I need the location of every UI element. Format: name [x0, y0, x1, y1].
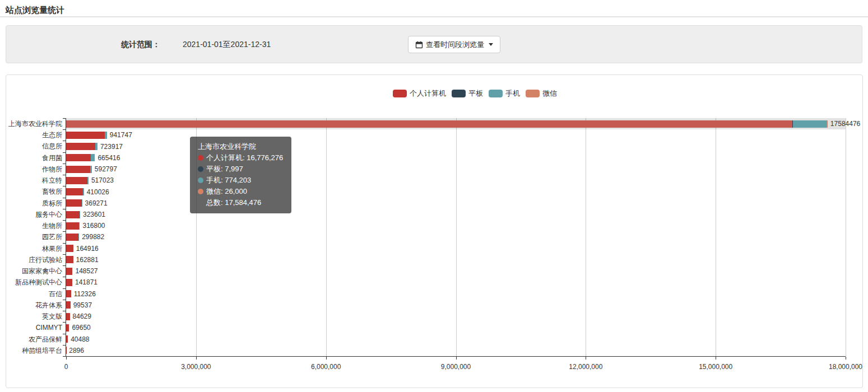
legend-item[interactable]: 平板 [452, 88, 483, 99]
category-label: 花卉体系 [3, 300, 62, 311]
category-label: CIMMYT [3, 322, 62, 333]
bar-row: 畜牧所410026 [66, 186, 846, 197]
y-axis-tick [63, 277, 66, 277]
bar-segment[interactable] [66, 256, 73, 263]
bar-segment[interactable] [66, 301, 71, 309]
stacked-bar[interactable]: 369271 [66, 199, 108, 207]
x-axis-tick-label: 3,000,000 [163, 363, 230, 371]
bar-segment[interactable] [66, 245, 73, 252]
y-axis-tick [63, 231, 66, 232]
bar-segment[interactable] [66, 324, 69, 332]
x-axis-tick [846, 357, 846, 360]
bar-segment[interactable] [66, 120, 792, 128]
value-label: 517023 [91, 176, 114, 184]
filter-bar: 统计范围： 2021-01-01至2021-12-31 查看时间段浏览量 [6, 25, 862, 63]
stacked-bar[interactable]: 17584476 [66, 120, 860, 128]
x-axis-tick [326, 357, 327, 360]
bar-segment[interactable] [87, 177, 89, 184]
stat-range-value: 2021-01-01至2021-12-31 [183, 40, 271, 50]
bar-segment[interactable] [66, 166, 90, 173]
bar-segment[interactable] [66, 313, 70, 320]
stacked-bar[interactable]: 323601 [66, 211, 105, 218]
bar-segment[interactable] [66, 188, 83, 195]
bar-segment[interactable] [66, 211, 80, 218]
stacked-bar[interactable]: 592797 [66, 166, 117, 173]
y-axis-tick [63, 198, 66, 198]
value-label: 2896 [69, 347, 84, 354]
bar-row: 国家家禽中心148527 [66, 265, 846, 277]
category-label: 英文版 [3, 311, 62, 322]
bar-segment[interactable] [90, 166, 92, 173]
legend-marker [489, 90, 503, 97]
stacked-bar[interactable]: 164916 [66, 245, 99, 252]
stacked-bar[interactable]: 665416 [66, 154, 120, 161]
stacked-bar[interactable]: 40488 [66, 335, 90, 343]
bar-segment[interactable] [66, 335, 68, 343]
bar-segment[interactable] [66, 199, 82, 207]
bar-row: 信息所723917 [66, 141, 846, 152]
series-dot-icon [198, 155, 203, 161]
bar-segment[interactable] [827, 120, 828, 128]
bar-segment[interactable] [66, 154, 91, 161]
bar-segment[interactable] [66, 132, 105, 139]
bar-row: CIMMYT69650 [66, 322, 846, 333]
bar-segment[interactable] [66, 268, 72, 275]
series-dot-icon [198, 189, 203, 194]
bar-segment[interactable] [66, 222, 79, 230]
tooltip-row: 手机: 774,203 [198, 175, 283, 186]
bar-segment[interactable] [78, 234, 79, 241]
stacked-bar[interactable]: 162881 [66, 256, 99, 263]
stacked-bar[interactable]: 2896 [66, 347, 84, 354]
y-axis-tick [63, 141, 66, 141]
legend-item[interactable]: 微信 [526, 88, 557, 99]
bar-segment[interactable] [66, 279, 72, 286]
bar-row: 百信112326 [66, 288, 846, 300]
bar-segment[interactable] [83, 188, 84, 195]
tooltip-row-text: 平板: 7,997 [206, 164, 243, 175]
stacked-bar[interactable]: 69650 [66, 324, 91, 332]
stacked-bar[interactable]: 99537 [66, 301, 92, 309]
bar-segment[interactable] [66, 290, 71, 297]
page-header: 站点浏览量统计 [0, 0, 868, 17]
bar-segment[interactable] [82, 199, 82, 207]
bar-segment[interactable] [66, 177, 87, 184]
stacked-bar[interactable]: 84629 [66, 313, 91, 320]
bar-segment[interactable] [91, 154, 95, 161]
stacked-bar[interactable]: 517023 [66, 177, 114, 184]
stacked-bar[interactable]: 316800 [66, 222, 105, 230]
stacked-bar[interactable]: 723917 [66, 143, 123, 150]
bar-segment[interactable] [793, 120, 827, 128]
bar-segment[interactable] [66, 143, 95, 150]
bar-segment[interactable] [95, 143, 98, 150]
bar-row: 质标所369271 [66, 198, 846, 209]
bar-segment[interactable] [79, 222, 80, 230]
bar-row: 食用菌665416 [66, 152, 846, 164]
stacked-bar[interactable]: 148527 [66, 268, 98, 275]
bar-row: 英文版84629 [66, 311, 846, 322]
bar-segment[interactable] [105, 132, 107, 139]
bar-row: 花卉体系99537 [66, 300, 846, 311]
y-axis-tick [63, 243, 66, 244]
bar-segment[interactable] [66, 234, 78, 241]
category-label: 质标所 [3, 198, 62, 209]
bar-row: 生态所941747 [66, 129, 846, 141]
tooltip-row-text: 手机: 774,203 [206, 175, 251, 186]
legend-item[interactable]: 个人计算机 [393, 88, 446, 99]
bar-segment[interactable] [80, 211, 80, 218]
stacked-bar[interactable]: 112326 [66, 290, 96, 297]
value-label: 84629 [73, 312, 91, 320]
category-label: 作物所 [3, 164, 62, 175]
stacked-bar[interactable]: 141871 [66, 279, 98, 286]
value-label: 17584476 [830, 120, 860, 128]
legend-item[interactable]: 手机 [489, 88, 520, 99]
category-label: 农产品保鲜 [3, 334, 62, 345]
stacked-bar[interactable]: 410026 [66, 188, 109, 195]
view-period-views-button[interactable]: 查看时间段浏览量 [408, 36, 500, 53]
stacked-bar[interactable]: 941747 [66, 132, 132, 139]
x-axis-tick-label: 12,000,000 [552, 363, 619, 371]
category-label: 生物所 [3, 220, 62, 231]
legend-label: 平板 [468, 88, 483, 99]
value-label: 369271 [85, 199, 108, 207]
bar-row: 新品种测试中心141871 [66, 277, 846, 288]
stacked-bar[interactable]: 299882 [66, 234, 104, 241]
